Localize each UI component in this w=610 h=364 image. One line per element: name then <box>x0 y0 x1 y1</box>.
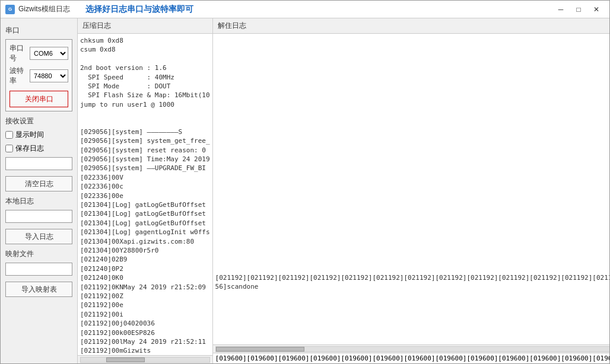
content-area: 串口 串口号 COM6 波特率 74880 关闭串口 接收设置 <box>1 18 609 363</box>
decode-log-line2: 56]scandone <box>215 282 609 291</box>
baud-select[interactable]: 74880 <box>30 69 68 82</box>
compress-hscroll-thumb <box>106 357 145 362</box>
window-title: Gizwits模组日志 <box>18 4 70 14</box>
decode-hscroll-track <box>215 346 609 352</box>
save-log-input[interactable] <box>5 157 72 170</box>
main-window: G Gizwits模组日志 选择好日志串口与波特率即可 ─ □ ✕ 串口 串口号… <box>0 0 610 364</box>
main-log-area: 压缩日志 chksum 0xd8 csum 0xd8 2nd boot vers… <box>78 18 609 363</box>
compress-log-content[interactable]: chksum 0xd8 csum 0xd8 2nd boot version :… <box>78 34 212 355</box>
map-file-section-title: 映射文件 <box>5 249 72 259</box>
import-log-button[interactable]: 导入日志 <box>5 229 72 244</box>
maximize-button[interactable]: □ <box>570 3 587 16</box>
recv-section-title: 接收设置 <box>5 116 72 126</box>
local-log-section-title: 本地日志 <box>5 196 72 206</box>
map-file-input[interactable] <box>5 263 72 276</box>
show-time-label: 显示时间 <box>15 130 44 140</box>
minimize-button[interactable]: ─ <box>552 3 569 16</box>
show-time-row: 显示时间 <box>5 130 72 140</box>
decode-log-panel: 解住日志 [021192][021192][021192][021192][02… <box>213 18 609 363</box>
title-bar: G Gizwits模组日志 选择好日志串口与波特率即可 ─ □ ✕ <box>1 1 609 18</box>
compress-log-hscrollbar[interactable] <box>78 355 212 363</box>
baud-label: 波特率 <box>9 66 27 86</box>
decode-log-content[interactable]: [021192][021192][021192][021192][021192]… <box>213 34 609 344</box>
port-row: 串口号 COM6 <box>9 43 68 63</box>
decode-log-line1: [021192][021192][021192][021192][021192]… <box>215 273 609 282</box>
decode-log-hscrollbar[interactable] <box>213 344 609 353</box>
clear-log-button[interactable]: 清空日志 <box>5 176 72 191</box>
save-log-checkbox[interactable] <box>5 145 13 152</box>
app-icon: G <box>5 5 15 14</box>
local-log-input[interactable] <box>5 210 72 223</box>
sidebar: 串口 串口号 COM6 波特率 74880 关闭串口 接收设置 <box>1 18 78 363</box>
port-label: 串口号 <box>9 43 27 63</box>
decode-hscroll-thumb <box>216 347 304 352</box>
close-button[interactable]: ✕ <box>588 3 605 16</box>
port-select[interactable]: COM6 <box>30 47 68 60</box>
title-controls: ─ □ ✕ <box>552 3 605 16</box>
close-port-button[interactable]: 关闭串口 <box>9 91 68 107</box>
import-map-button[interactable]: 导入映射表 <box>5 282 72 297</box>
port-group: 串口号 COM6 波特率 74880 关闭串口 <box>5 39 72 111</box>
compress-log-panel: 压缩日志 chksum 0xd8 csum 0xd8 2nd boot vers… <box>78 18 213 363</box>
window-hint: 选择好日志串口与波特率即可 <box>85 4 193 15</box>
save-log-row: 保存日志 <box>5 143 72 154</box>
compress-log-header: 压缩日志 <box>78 18 212 34</box>
show-time-checkbox[interactable] <box>5 131 13 139</box>
decode-log-header: 解住日志 <box>213 18 609 34</box>
save-log-label: 保存日志 <box>15 143 44 154</box>
title-bar-left: G Gizwits模组日志 选择好日志串口与波特率即可 <box>5 4 193 15</box>
baud-row: 波特率 74880 <box>9 66 68 86</box>
port-section-title: 串口 <box>5 25 72 36</box>
decode-log-bottom-line: [019600][019600][019600][019600][019600]… <box>213 353 609 363</box>
compress-hscroll-track <box>80 357 210 363</box>
